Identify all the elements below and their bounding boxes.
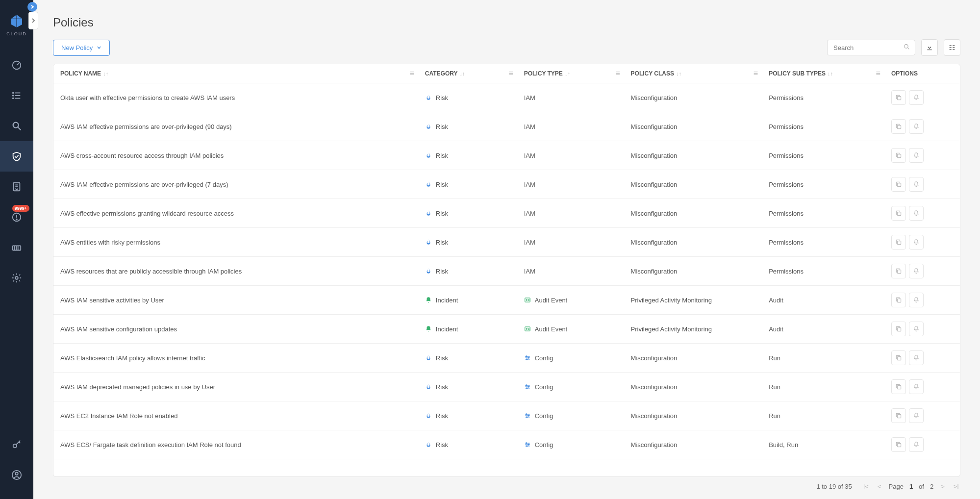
table-row[interactable]: AWS IAM deprecated managed policies in u…: [53, 373, 960, 401]
table-row[interactable]: AWS IAM effective permissions are over-p…: [53, 170, 960, 199]
audit-icon: [524, 297, 531, 303]
new-policy-button[interactable]: New Policy: [53, 40, 110, 56]
copy-button[interactable]: [891, 177, 906, 192]
notify-button[interactable]: [909, 350, 924, 365]
col-menu-icon[interactable]: ≡: [615, 69, 619, 78]
nav-key[interactable]: [0, 429, 33, 460]
notify-button[interactable]: [909, 408, 924, 423]
pager-next[interactable]: >: [939, 483, 946, 490]
copy-button[interactable]: [891, 206, 906, 221]
audit-icon: [524, 325, 531, 332]
pager-of: of: [919, 483, 924, 490]
table-row[interactable]: AWS effective permissions granting wildc…: [53, 199, 960, 228]
nav-dashboard[interactable]: [0, 50, 33, 80]
notify-button[interactable]: [909, 264, 924, 278]
download-icon: [926, 44, 933, 51]
col-menu-icon[interactable]: ≡: [754, 69, 757, 78]
notify-button[interactable]: [909, 322, 924, 336]
table-row[interactable]: AWS entities with risky permissionsRiskI…: [53, 228, 960, 257]
cell-type: IAM: [524, 210, 535, 217]
cell-name: AWS effective permissions granting wildc…: [53, 199, 418, 228]
notify-button[interactable]: [909, 90, 924, 105]
col-header-category[interactable]: CATEGORY↓↑≡: [418, 64, 517, 83]
copy-button[interactable]: [891, 408, 906, 423]
cell-name: AWS resources that are publicly accessib…: [53, 257, 418, 286]
cell-subtypes: Permissions: [762, 228, 884, 257]
cell-name: AWS IAM sensitive configuration updates: [53, 315, 418, 344]
table-row[interactable]: AWS cross-account resource access throug…: [53, 141, 960, 170]
nav-settings[interactable]: [0, 263, 33, 293]
cell-category: Risk: [436, 210, 448, 217]
copy-button[interactable]: [891, 148, 906, 163]
col-header-name[interactable]: POLICY NAME↓↑≡: [53, 64, 418, 83]
nav-profile[interactable]: [0, 460, 33, 490]
copy-button[interactable]: [891, 322, 906, 336]
notify-button[interactable]: [909, 293, 924, 307]
cell-category: Risk: [436, 123, 448, 130]
copy-button[interactable]: [891, 90, 906, 105]
cell-subtypes: Permissions: [762, 257, 884, 286]
pager-first[interactable]: I<: [862, 483, 870, 490]
copy-button[interactable]: [891, 119, 906, 134]
notify-button[interactable]: [909, 119, 924, 134]
config-icon: [524, 441, 531, 448]
col-header-type[interactable]: POLICY TYPE↓↑≡: [517, 64, 624, 83]
chevron-down-icon: [97, 45, 101, 50]
cell-subtypes: Permissions: [762, 112, 884, 141]
col-menu-icon[interactable]: ≡: [410, 69, 413, 78]
table-row[interactable]: AWS IAM sensitive activities by UserInci…: [53, 286, 960, 315]
svg-point-6: [13, 98, 14, 99]
copy-button[interactable]: [891, 437, 906, 452]
copy-button[interactable]: [891, 264, 906, 278]
col-menu-icon[interactable]: ≡: [876, 69, 879, 78]
sidebar-expand-button[interactable]: [28, 12, 38, 29]
risk-icon: [425, 181, 432, 188]
table-row[interactable]: AWS ECS/ Fargate task definition executi…: [53, 430, 960, 459]
pager-prev[interactable]: <: [876, 483, 883, 490]
nav-search[interactable]: [0, 111, 33, 141]
cell-name: AWS ECS/ Fargate task definition executi…: [53, 430, 418, 459]
search-input[interactable]: [833, 44, 898, 51]
new-policy-label: New Policy: [61, 44, 93, 51]
cell-type: Config: [535, 441, 553, 449]
table-row[interactable]: Okta user with effective permissions to …: [53, 83, 960, 112]
copy-button[interactable]: [891, 350, 906, 365]
col-header-class[interactable]: POLICY CLASS↓↑≡: [624, 64, 762, 83]
copy-button[interactable]: [891, 293, 906, 307]
nav-container[interactable]: [0, 232, 33, 263]
download-button[interactable]: [921, 39, 938, 56]
config-icon: [524, 412, 531, 419]
notify-button[interactable]: [909, 206, 924, 221]
svg-point-69: [528, 444, 529, 445]
table-row[interactable]: AWS Elasticsearch IAM policy allows inte…: [53, 344, 960, 373]
nav-shield[interactable]: [0, 141, 33, 172]
notify-button[interactable]: [909, 379, 924, 394]
notify-button[interactable]: [909, 148, 924, 163]
copy-button[interactable]: [891, 379, 906, 394]
svg-line-24: [908, 48, 909, 50]
nav-document[interactable]: [0, 172, 33, 202]
pager-last[interactable]: >I: [952, 483, 960, 490]
table-row[interactable]: AWS resources that are publicly accessib…: [53, 257, 960, 286]
nav-list[interactable]: [0, 80, 33, 111]
table-row[interactable]: AWS IAM effective permissions are over-p…: [53, 112, 960, 141]
svg-rect-37: [898, 270, 901, 274]
notify-button[interactable]: [909, 235, 924, 250]
copy-button[interactable]: [891, 235, 906, 250]
cell-class: Misconfiguration: [624, 112, 762, 141]
cell-type: IAM: [524, 94, 535, 101]
col-menu-icon[interactable]: ≡: [508, 69, 512, 78]
svg-point-62: [528, 415, 529, 416]
cell-name: Okta user with effective permissions to …: [53, 83, 418, 112]
notify-button[interactable]: [909, 177, 924, 192]
table-row[interactable]: AWS EC2 Instance IAM Role not enabledRis…: [53, 401, 960, 430]
col-header-subtypes[interactable]: POLICY SUB TYPES↓↑≡: [762, 64, 884, 83]
nav-alert[interactable]: 9999+: [0, 202, 33, 232]
columns-button[interactable]: [944, 39, 960, 56]
svg-point-49: [526, 359, 527, 360]
cell-name: AWS IAM deprecated managed policies in u…: [53, 373, 418, 401]
alert-badge: 9999+: [12, 205, 29, 212]
table-row[interactable]: AWS IAM sensitive configuration updatesI…: [53, 315, 960, 344]
search-box[interactable]: [827, 40, 915, 55]
notify-button[interactable]: [909, 437, 924, 452]
